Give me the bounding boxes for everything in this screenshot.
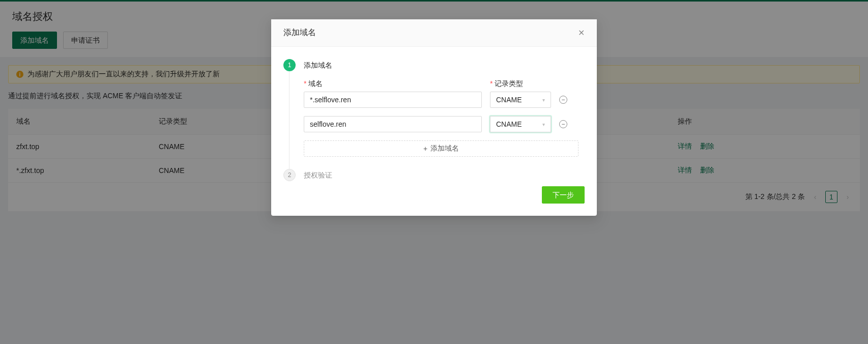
plus-icon: + xyxy=(423,145,427,153)
step-1-title: 添加域名 xyxy=(304,59,332,71)
domain-row: CNAME ▾ − xyxy=(304,92,585,108)
modal-footer: 下一步 xyxy=(271,181,597,216)
step-1: 1 添加域名 xyxy=(283,59,585,71)
step-2-title: 授权验证 xyxy=(304,169,332,181)
form-labels: *域名 *记录类型 xyxy=(304,79,585,89)
modal-header: 添加域名 ✕ xyxy=(271,19,597,47)
domain-input[interactable] xyxy=(304,92,482,108)
remove-row-icon[interactable]: − xyxy=(559,120,567,128)
label-domain: *域名 xyxy=(304,79,482,89)
step-2: 2 授权验证 xyxy=(283,169,585,181)
remove-row-icon[interactable]: − xyxy=(559,96,567,104)
close-icon[interactable]: ✕ xyxy=(578,29,585,37)
modal-body: 1 添加域名 *域名 *记录类型 CNAME ▾ − xyxy=(271,47,597,181)
select-value: CNAME xyxy=(496,120,522,128)
chevron-down-icon: ▾ xyxy=(542,122,545,127)
step-1-content: *域名 *记录类型 CNAME ▾ − CNAME ▾ xyxy=(283,71,585,169)
record-type-select[interactable]: CNAME ▾ xyxy=(490,92,551,108)
add-row-button[interactable]: + 添加域名 xyxy=(304,140,578,157)
chevron-down-icon: ▾ xyxy=(542,97,545,103)
label-record-type: *记录类型 xyxy=(490,79,551,89)
select-value: CNAME xyxy=(496,96,522,104)
step-1-icon: 1 xyxy=(283,59,296,71)
next-button[interactable]: 下一步 xyxy=(542,186,585,204)
add-domain-modal: 添加域名 ✕ 1 添加域名 *域名 *记录类型 CNAME ▾ xyxy=(271,19,597,216)
steps: 1 添加域名 *域名 *记录类型 CNAME ▾ − xyxy=(283,59,585,181)
domain-row: CNAME ▾ − xyxy=(304,116,585,132)
step-2-icon: 2 xyxy=(283,169,296,181)
add-row-label: 添加域名 xyxy=(430,144,459,153)
modal-title: 添加域名 xyxy=(283,27,316,38)
domain-input[interactable] xyxy=(304,116,482,132)
step-tail xyxy=(289,71,290,169)
record-type-select[interactable]: CNAME ▾ xyxy=(490,116,551,132)
